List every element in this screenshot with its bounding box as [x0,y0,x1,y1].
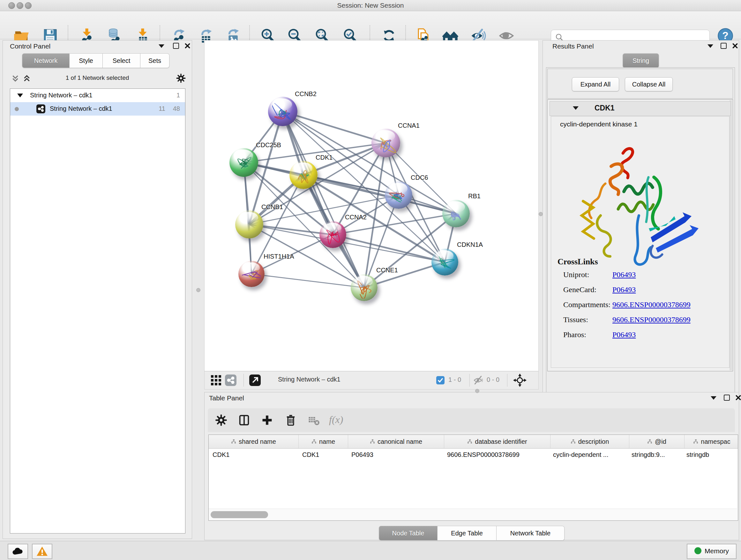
node-CCNB2[interactable] [268,97,297,126]
panel-close-icon[interactable] [732,43,738,49]
panel-float-icon[interactable] [721,43,727,49]
column-header-name[interactable]: name [299,435,348,448]
bottom-splitter-handle[interactable] [475,389,479,393]
tab-style[interactable]: Style [70,53,103,68]
collapse-all-button[interactable]: Collapse All [625,77,673,91]
hidden-elements-icon[interactable] [473,376,484,385]
table-cell[interactable]: stringdb:9... [628,449,683,461]
node-CDK1[interactable] [289,161,318,189]
panel-menu-icon[interactable] [158,44,164,48]
node-CCNB1[interactable] [235,210,263,239]
pan-mode-icon[interactable] [513,373,527,387]
tab-network-table[interactable]: Network Table [496,526,564,541]
crosslink-value-link[interactable]: 9606.ENSP00000378699 [612,300,690,309]
status-bar: Memory [0,541,741,560]
node-HIST1H1A[interactable] [239,261,265,287]
node-label-CCNA2: CCNA2 [345,213,367,221]
network-collection-row[interactable]: String Network – cdk1 1 [10,89,185,102]
tab-network[interactable]: Network [22,53,70,68]
delete-column-icon[interactable] [284,414,297,427]
table-cell[interactable]: P06493 [347,449,443,461]
expand-all-button[interactable]: Expand All [572,77,619,91]
node-table[interactable]: shared namenamecanonical namedatabase id… [208,435,738,521]
collection-count: 1 [177,91,180,99]
table-cell[interactable]: CDK1 [209,449,298,461]
node-CDC25B[interactable] [229,148,258,177]
column-header-shared-name[interactable]: shared name [209,435,299,448]
crosslink-value-link[interactable]: 9606.ENSP00000378699 [612,315,690,324]
tab-string[interactable]: String [623,53,659,68]
tab-sets[interactable]: Sets [140,53,170,68]
protein-card-header[interactable]: CDK1 [549,101,731,116]
table-horizontal-scrollbar[interactable] [209,509,737,520]
panel-float-icon[interactable] [724,395,730,401]
tab-edge-table[interactable]: Edge Table [437,526,496,541]
edge-CCNB2-CCNE1[interactable] [283,111,364,288]
column-header-namespac[interactable]: namespac [684,435,738,448]
edge-HIST1H1A-CCNE1[interactable] [252,274,364,288]
delete-table-icon[interactable] [307,414,320,427]
table-cell[interactable]: 9606.ENSP00000378699 [443,449,549,461]
node-label-CDK1: CDK1 [316,154,333,161]
panel-float-icon[interactable] [173,43,179,49]
collection-expander-icon[interactable] [17,94,23,98]
table-cell[interactable]: stringdb [683,449,737,461]
tab-node-table[interactable]: Node Table [379,526,437,541]
right-splitter-handle[interactable] [539,212,543,216]
network-view-canvas[interactable]: CCNB2CCNA1CDC25BCDK1CDC6RB1CCNB1CCNA2CDK… [204,40,539,372]
results-scrollbar[interactable] [730,100,732,370]
warning-status-button[interactable] [32,544,52,559]
column-header-canonical-name[interactable]: canonical name [348,435,444,448]
function-builder-icon[interactable]: f(x) [329,414,351,427]
collection-name: String Network – cdk1 [30,91,92,99]
crosslink-value-link[interactable]: P06493 [612,286,636,294]
table-cell[interactable]: CDK1 [298,449,347,461]
node-CCNA2[interactable] [320,221,346,248]
birds-eye-view-icon[interactable] [249,374,261,386]
protein-structure-image [570,136,704,273]
toolbar-separator [244,374,244,387]
column-header-description[interactable]: description [550,435,629,448]
column-header-database-identifier[interactable]: database identifier [444,435,550,448]
table-panel: Table Panel f(x) shared namenamecanonica… [204,392,739,540]
network-selection-toolbar: 1 of 1 Network selected [7,71,187,85]
grid-view-icon[interactable] [210,374,222,386]
table-cell[interactable]: cyclin-dependent ... [549,449,628,461]
cloud-status-button[interactable] [8,544,28,559]
network-row[interactable]: String Network – cdk1 11 48 [10,102,185,116]
add-column-icon[interactable] [261,414,273,427]
left-splitter-handle[interactable] [196,288,200,292]
node-label-CCNA1: CCNA1 [398,122,420,129]
title-bar: Session: New Session [0,0,741,11]
network-view-icon[interactable] [225,374,237,386]
node-CDKN1A[interactable] [431,249,458,275]
panel-close-icon[interactable] [736,395,741,400]
memory-button[interactable]: Memory [687,544,737,559]
crosslink-row: GeneCard:P06493 [551,286,729,300]
table-row[interactable]: CDK1CDK1P064939606.ENSP00000378699cyclin… [209,449,738,461]
node-CCNE1[interactable] [351,274,378,301]
network-options-gear-icon[interactable] [176,73,186,83]
column-header--id[interactable]: @id [629,435,684,448]
column-header-label: canonical name [378,438,422,445]
panel-close-icon[interactable] [185,43,190,49]
crosslink-value-link[interactable]: P06493 [612,270,636,279]
table-tabs: Node TableEdge TableNetwork Table [205,526,739,541]
node-label-HIST1H1A: HIST1H1A [264,253,294,260]
network-selection-status: 1 of 1 Network selected [7,74,187,81]
scrollbar-thumb[interactable] [211,511,268,518]
column-header-label: name [319,438,335,445]
node-label-RB1: RB1 [468,192,481,200]
protein-card-expander-icon[interactable] [573,106,579,110]
node-CDC6[interactable] [385,181,412,209]
show-columns-icon[interactable] [238,414,251,427]
table-options-gear-icon[interactable] [215,414,227,427]
panel-menu-icon[interactable] [711,396,717,400]
panel-menu-icon[interactable] [708,44,713,48]
edge-CCNB2-CCNA1[interactable] [283,111,386,143]
crosslink-value-link[interactable]: P06493 [612,330,636,339]
node-RB1[interactable] [442,200,470,227]
selected-nodes-checkbox[interactable] [436,376,445,384]
tab-select[interactable]: Select [103,53,140,68]
node-CCNA1[interactable] [372,129,400,158]
